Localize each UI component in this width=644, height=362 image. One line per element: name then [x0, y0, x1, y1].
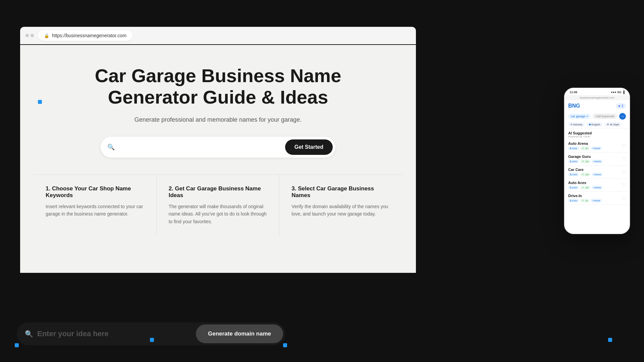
address-bar[interactable]: 🔒 https://businessnamegenerator.com	[38, 30, 132, 41]
step-2-desc: The generator will make thousands of ori…	[169, 203, 267, 225]
phone-header: BNG ♥ 3	[564, 100, 630, 112]
phone-add-keyword[interactable]: Add keywords	[593, 114, 617, 119]
phone-heart-0[interactable]: ♡	[622, 143, 626, 148]
phone-name-row-0: Auto Arena $.com ✓ .io +more ♡	[564, 139, 630, 153]
step-2-title: 2. Get Car Garage Business Name Ideas	[169, 185, 267, 199]
step-1-card: 1. Choose Your Car Shop Name Keywords In…	[34, 174, 157, 236]
phone-network: 5G	[618, 90, 622, 94]
phone-tags-row: car garage × Add keywords →	[564, 112, 630, 121]
selection-handle-br	[608, 338, 612, 342]
phone-signal: ●●●	[611, 90, 616, 94]
page-title: Car Garage Business Name Generator Guide…	[34, 65, 402, 108]
bottom-search-icon: 🔍	[25, 330, 33, 338]
phone-time: 11:06	[570, 90, 577, 94]
phone-name-0: Auto Arena	[568, 141, 602, 145]
phone-filter-ai-style[interactable]: ✦ AI Style	[604, 122, 622, 127]
phone-heart-4[interactable]: ♡	[622, 195, 626, 201]
filter-dot	[589, 124, 591, 125]
phone-ai-label: AI Suggested	[568, 131, 626, 135]
bottom-search-placeholder[interactable]: Enter your idea here	[37, 329, 196, 338]
step-2-card: 2. Get Car Garage Business Name Ideas Th…	[157, 174, 280, 236]
phone-keyword-tag[interactable]: car garage ×	[568, 114, 591, 119]
phone-status-bar: 11:06 ●●● 5G ▐	[564, 88, 630, 95]
phone-filter-industry[interactable]: ≡ Industry	[568, 122, 585, 127]
phone-name-row-3: Auto Aces $.com ✓ .co +more ♡	[564, 179, 630, 192]
phone-heart-2[interactable]: ♡	[622, 169, 626, 175]
page-subtitle: Generate professional and memorable name…	[34, 116, 402, 123]
phone-name-2: Car Care	[568, 168, 603, 172]
bng-logo: BNG	[568, 103, 580, 109]
phone-name-row-4: Drive-In $.com ✓ .io +more ♡	[564, 192, 630, 205]
phone-name-row-2: Car Care $.com ✓ .co +more ♡	[564, 166, 630, 179]
phone-battery: ▐	[623, 90, 625, 94]
phone-name-1: Garage Guru	[568, 155, 603, 159]
phone-filter-english[interactable]: English	[587, 122, 602, 127]
phone-name-row-1: Garage Guru $.com ✓ .co +more ♡	[564, 153, 630, 166]
phone-heart-3[interactable]: ♡	[622, 182, 626, 188]
phone-ai-section: AI Suggested Powered by TIA AI	[564, 128, 630, 139]
search-icon: 🔍	[107, 143, 115, 151]
step-1-title: 1. Choose Your Car Shop Name Keywords	[46, 185, 144, 199]
phone-status-right: ●●● 5G ▐	[611, 90, 625, 94]
step-3-desc: Verify the domain availability of the na…	[291, 203, 390, 218]
phone-url-bar: businessnamegenerator.com	[564, 95, 630, 100]
browser-chrome: 🔒 https://businessnamegenerator.com	[20, 27, 416, 44]
browser-window-controls	[25, 34, 34, 37]
selection-handle-page-tl	[38, 100, 42, 104]
url-text: https://businessnamegenerator.com	[52, 33, 126, 38]
phone-name-4: Drive-In	[568, 194, 602, 198]
phone-fav-button[interactable]: ♥ 3	[616, 103, 626, 109]
keyword-input[interactable]	[118, 144, 285, 150]
step-3-card: 3. Select Car Garage Business Names Veri…	[279, 174, 402, 236]
window-dot-1	[25, 34, 29, 37]
phone-ai-sub: Powered by TIA AI	[568, 135, 626, 138]
phone-arrow-button[interactable]: →	[619, 113, 626, 120]
phone-name-3: Auto Aces	[568, 181, 603, 185]
webpage-content: Car Garage Business Name Generator Guide…	[20, 45, 416, 273]
selection-handle-bl	[150, 338, 154, 342]
selection-handle-tl	[15, 343, 19, 347]
step-1-desc: Insert relevant keywords connected to yo…	[46, 203, 144, 218]
generate-button[interactable]: Generate domain name	[196, 324, 283, 343]
step-3-title: 3. Select Car Garage Business Names	[291, 185, 390, 199]
phone-filters: ≡ Industry English ✦ AI Style	[564, 121, 630, 128]
window-dot-2	[31, 34, 34, 37]
main-search-bar: 🔍 Get Started	[101, 137, 335, 158]
lock-icon: 🔒	[44, 33, 49, 38]
phone-mockup: 11:06 ●●● 5G ▐ businessnamegenerator.com…	[564, 87, 631, 235]
browser-toolbar: 🔒 https://businessnamegenerator.com	[25, 30, 411, 41]
steps-grid: 1. Choose Your Car Shop Name Keywords In…	[34, 174, 402, 236]
get-started-button[interactable]: Get Started	[285, 139, 333, 155]
selection-handle-tr	[283, 343, 287, 347]
phone-heart-1[interactable]: ♡	[622, 156, 626, 162]
